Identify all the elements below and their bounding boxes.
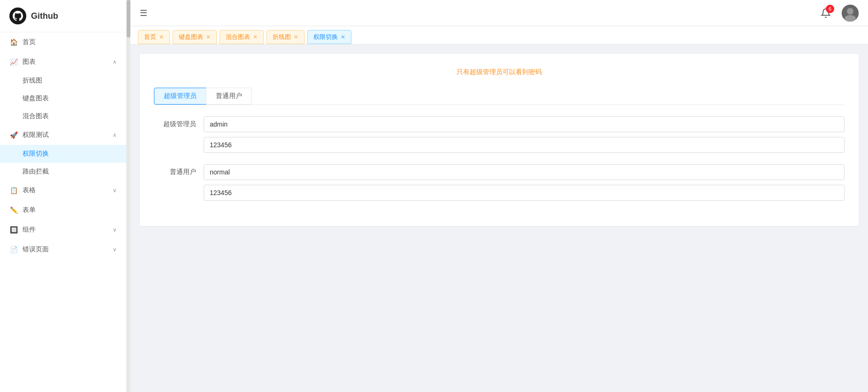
role-tab-admin[interactable]: 超级管理员 — [154, 88, 206, 105]
svg-point-1 — [847, 8, 853, 15]
content-card: 只有超级管理员可以看到密码 超级管理员 普通用户 超级管理员 — [140, 54, 859, 226]
charts-icon: 📈 — [9, 58, 18, 66]
form-icon: ✏️ — [9, 206, 18, 214]
sidebar-item-line-chart-label: 折线图 — [23, 76, 42, 85]
admin-username-input[interactable] — [204, 116, 845, 132]
home-icon: 🏠 — [9, 38, 18, 46]
main-area: ☰ 6 首页 ✕ 键盘图表 — [130, 0, 868, 392]
admin-label: 超级管理员 — [154, 116, 196, 128]
permission-test-collapse-icon: ∧ — [113, 132, 117, 138]
avatar-image — [842, 5, 859, 22]
sidebar-item-keyboard-chart[interactable]: 键盘图表 — [0, 90, 126, 107]
sidebar-item-permission-test[interactable]: 🚀 权限测试 ∧ — [0, 125, 126, 145]
role-tab-admin-label: 超级管理员 — [164, 92, 197, 99]
notification-badge: 6 — [826, 5, 834, 13]
tab-mixed[interactable]: 混合图表 ✕ — [220, 30, 264, 44]
tab-line-close[interactable]: ✕ — [294, 34, 298, 40]
tab-keyboard-close[interactable]: ✕ — [206, 34, 211, 40]
normal-label: 普通用户 — [154, 164, 196, 176]
header-left: ☰ — [140, 8, 147, 18]
tab-permission[interactable]: 权限切换 ✕ — [307, 30, 351, 44]
sidebar-item-form-label: 表单 — [23, 206, 117, 214]
normal-username-input[interactable] — [204, 164, 845, 180]
header: ☰ 6 — [130, 0, 868, 26]
error-pages-expand-icon: ∨ — [113, 246, 117, 253]
normal-form-row: 普通用户 — [154, 164, 845, 201]
sidebar-logo: Github — [0, 0, 126, 32]
tab-keyboard[interactable]: 键盘图表 ✕ — [173, 30, 217, 44]
role-tab-normal[interactable]: 普通用户 — [206, 88, 252, 105]
normal-fields — [204, 164, 845, 201]
logo-icon — [9, 8, 26, 24]
normal-password-input[interactable] — [204, 185, 845, 201]
tab-home[interactable]: 首页 ✕ — [138, 30, 170, 44]
sidebar-item-form[interactable]: ✏️ 表单 — [0, 200, 126, 220]
sidebar-item-home[interactable]: 🏠 首页 — [0, 32, 126, 52]
admin-section: 超级管理员 — [154, 116, 845, 153]
normal-section: 普通用户 — [154, 164, 845, 201]
tab-home-close[interactable]: ✕ — [159, 34, 164, 40]
sidebar-item-home-label: 首页 — [23, 38, 117, 46]
sidebar-item-permission-switch[interactable]: 权限切换 — [0, 145, 126, 163]
components-icon: 🔲 — [9, 226, 18, 234]
role-tab-normal-label: 普通用户 — [216, 92, 242, 99]
tab-mixed-label: 混合图表 — [226, 33, 250, 41]
sidebar-item-mixed-chart-label: 混合图表 — [23, 112, 49, 121]
tab-keyboard-label: 键盘图表 — [179, 33, 203, 41]
sidebar-scrollbar[interactable] — [127, 0, 130, 392]
permission-test-icon: 🚀 — [9, 131, 18, 139]
sidebar-item-table[interactable]: 📋 表格 ∨ — [0, 181, 126, 200]
app-title: Github — [31, 11, 58, 21]
sidebar: Github 🏠 首页 📈 图表 ∧ 折线图 键盘图表 混合图表 🚀 权限测试 … — [0, 0, 127, 392]
admin-form-row: 超级管理员 — [154, 116, 845, 153]
role-tabs: 超级管理员 普通用户 — [154, 88, 845, 105]
tab-mixed-close[interactable]: ✕ — [253, 34, 258, 40]
sidebar-scrollbar-thumb[interactable] — [127, 0, 130, 38]
page-content: 只有超级管理员可以看到密码 超级管理员 普通用户 超级管理员 — [130, 45, 868, 392]
sidebar-item-components-label: 组件 — [23, 226, 108, 234]
charts-collapse-icon: ∧ — [113, 59, 117, 65]
tab-home-label: 首页 — [144, 33, 156, 41]
admin-notice: 只有超级管理员可以看到密码 — [154, 68, 845, 76]
components-expand-icon: ∨ — [113, 226, 117, 233]
tab-line[interactable]: 折线图 ✕ — [266, 30, 305, 44]
tab-permission-label: 权限切换 — [313, 33, 338, 41]
sidebar-item-route-guard[interactable]: 路由拦截 — [0, 163, 126, 181]
sidebar-item-route-guard-label: 路由拦截 — [23, 167, 49, 176]
avatar[interactable] — [842, 5, 859, 22]
tab-line-label: 折线图 — [273, 33, 291, 41]
sidebar-item-error-pages[interactable]: 📄 错误页面 ∨ — [0, 240, 126, 259]
sidebar-item-permission-test-label: 权限测试 — [23, 131, 108, 139]
sidebar-item-line-chart[interactable]: 折线图 — [0, 72, 126, 90]
sidebar-item-table-label: 表格 — [23, 186, 108, 195]
admin-fields — [204, 116, 845, 153]
sidebar-item-permission-switch-label: 权限切换 — [23, 150, 49, 158]
table-icon: 📋 — [9, 186, 18, 195]
sidebar-item-error-pages-label: 错误页面 — [23, 245, 108, 254]
tabs-bar: 首页 ✕ 键盘图表 ✕ 混合图表 ✕ 折线图 ✕ 权限切换 ✕ — [130, 26, 868, 45]
sidebar-item-components[interactable]: 🔲 组件 ∨ — [0, 220, 126, 240]
table-expand-icon: ∨ — [113, 187, 117, 194]
error-pages-icon: 📄 — [9, 245, 18, 254]
menu-toggle-button[interactable]: ☰ — [140, 8, 147, 18]
sidebar-item-mixed-chart[interactable]: 混合图表 — [0, 107, 126, 125]
admin-password-input[interactable] — [204, 137, 845, 153]
notification-button[interactable]: 6 — [817, 5, 834, 22]
sidebar-item-charts-label: 图表 — [23, 58, 108, 66]
header-right: 6 — [817, 5, 859, 22]
sidebar-item-keyboard-chart-label: 键盘图表 — [23, 94, 49, 103]
sidebar-item-charts[interactable]: 📈 图表 ∧ — [0, 52, 126, 72]
tab-permission-close[interactable]: ✕ — [341, 34, 345, 40]
